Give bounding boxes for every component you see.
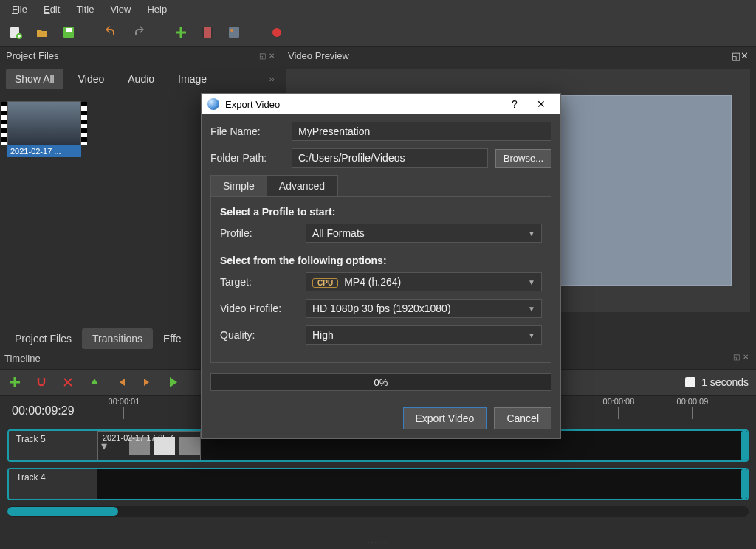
effects-icon[interactable] — [226, 24, 242, 41]
snap-icon[interactable] — [34, 375, 49, 390]
dialog-titlebar[interactable]: Export Video ? ✕ — [202, 94, 560, 114]
chevron-down-icon: ▼ — [528, 305, 535, 313]
cpu-badge: CPU — [312, 278, 338, 288]
filename-label: File Name: — [210, 125, 284, 137]
target-label: Target: — [220, 276, 298, 288]
close-icon[interactable]: ✕ — [528, 98, 554, 110]
timeline-hscrollbar[interactable] — [7, 506, 749, 517]
menu-file[interactable]: File — [4, 2, 35, 16]
clip-label: 2021-02-17 17-05-4 — [103, 433, 174, 442]
film-icon[interactable] — [199, 24, 216, 41]
zoom-seconds-label: 1 seconds — [701, 376, 749, 388]
panel-close-icon[interactable]: ✕ — [269, 52, 275, 60]
video-profile-select[interactable]: HD 1080p 30 fps (1920x1080)▼ — [306, 299, 542, 318]
menubar: File Edit Title View Help — [0, 0, 756, 18]
export-progress: 0% — [210, 373, 551, 391]
timeline-detach-icon[interactable]: ◱ — [733, 353, 740, 361]
quality-select[interactable]: High▼ — [306, 325, 542, 345]
timeline-title: Timeline — [4, 353, 41, 364]
new-project-icon[interactable] — [7, 24, 24, 41]
track-4-header: Track 4 — [9, 469, 97, 499]
menu-edit[interactable]: Edit — [36, 2, 67, 16]
folderpath-input[interactable] — [292, 148, 488, 168]
filename-input[interactable] — [292, 122, 551, 141]
svg-rect-6 — [211, 27, 213, 38]
media-thumbnail[interactable]: 2021-02-17 ... — [7, 101, 81, 330]
play-icon[interactable] — [167, 375, 182, 390]
open-project-icon[interactable] — [34, 24, 50, 41]
profile-label: Profile: — [220, 227, 298, 239]
panel-detach-icon[interactable]: ◱ — [259, 52, 266, 60]
import-files-icon[interactable] — [173, 24, 189, 41]
project-filter-tabs: Show All Video Audio Image ›› — [0, 64, 281, 94]
menu-view[interactable]: View — [103, 2, 138, 16]
tab-simple[interactable]: Simple — [211, 176, 267, 196]
preview-close-icon[interactable]: ✕ — [740, 50, 749, 61]
svg-point-8 — [230, 29, 233, 32]
profile-select[interactable]: All Formats▼ — [306, 224, 542, 243]
simple-panel: Select a Profile to start: Profile: All … — [210, 196, 551, 363]
prev-marker-icon[interactable] — [114, 375, 128, 390]
video-profile-label: Video Profile: — [220, 303, 298, 314]
svg-rect-3 — [66, 28, 72, 32]
track-resize-grip[interactable] — [741, 469, 749, 499]
tab-audio[interactable]: Audio — [119, 69, 163, 89]
razor-icon[interactable] — [61, 375, 75, 390]
tab-show-all[interactable]: Show All — [6, 69, 63, 89]
tab-advanced[interactable]: Advanced — [267, 176, 337, 196]
lt-effects[interactable]: Effe — [153, 328, 192, 349]
tracks-area: Track 5 ▾ 2021-02-17 17-05-4 Track 4 — [7, 429, 749, 517]
export-video-button[interactable]: Export Video — [403, 407, 487, 429]
status-bar-grip[interactable]: ······ — [0, 538, 756, 546]
timeline-close-icon[interactable]: ✕ — [743, 353, 749, 361]
app-icon — [207, 98, 219, 110]
svg-rect-7 — [229, 27, 239, 38]
playhead-timecode: 00:00:09:29 — [0, 404, 86, 418]
project-files-title: Project Files — [6, 50, 59, 61]
quality-label: Quality: — [220, 329, 298, 341]
tab-image[interactable]: Image — [169, 69, 216, 89]
tab-video[interactable]: Video — [69, 69, 114, 89]
help-button[interactable]: ? — [501, 98, 528, 110]
export-tabs: Simple Advanced — [210, 175, 338, 196]
dialog-title: Export Video — [225, 99, 501, 110]
section-profile-heading: Select a Profile to start: — [220, 206, 542, 218]
video-clip[interactable]: ▾ 2021-02-17 17-05-4 — [97, 431, 201, 460]
svg-rect-4 — [202, 27, 213, 38]
browse-button[interactable]: Browse... — [495, 149, 551, 168]
marker-icon[interactable] — [87, 375, 102, 390]
export-video-dialog: Export Video ? ✕ File Name: Folder Path:… — [201, 93, 561, 439]
lt-project-files[interactable]: Project Files — [4, 328, 82, 349]
track-5-header: Track 5 — [9, 431, 97, 460]
video-preview-title: Video Preview — [288, 50, 349, 61]
redo-icon[interactable] — [130, 24, 146, 41]
chevron-down-icon: ▼ — [528, 331, 535, 339]
chevron-down-icon: ▼ — [528, 278, 535, 286]
cancel-button[interactable]: Cancel — [494, 407, 551, 429]
thumbnail-label: 2021-02-17 ... — [7, 145, 81, 157]
record-icon[interactable] — [269, 24, 285, 41]
undo-icon[interactable] — [103, 24, 120, 41]
menu-help[interactable]: Help — [140, 2, 174, 16]
svg-rect-5 — [202, 27, 204, 38]
folderpath-label: Folder Path: — [210, 152, 284, 164]
add-track-icon[interactable] — [7, 375, 22, 390]
next-marker-icon[interactable] — [140, 375, 155, 390]
zoom-seconds: 1 seconds — [685, 376, 749, 388]
zoom-slider-handle[interactable] — [685, 377, 695, 387]
track-4[interactable]: Track 4 — [7, 468, 749, 500]
menu-title[interactable]: Title — [69, 2, 101, 16]
chevron-down-icon: ▼ — [528, 229, 535, 238]
expand-icon[interactable]: ›› — [269, 75, 275, 83]
main-toolbar — [0, 18, 756, 47]
scrollbar-thumb[interactable] — [7, 507, 118, 516]
track-resize-grip[interactable] — [741, 431, 749, 460]
lt-transitions[interactable]: Transitions — [82, 328, 153, 349]
target-select[interactable]: CPUMP4 (h.264)▼ — [306, 272, 542, 291]
preview-detach-icon[interactable]: ◱ — [732, 50, 740, 61]
save-project-icon[interactable] — [61, 24, 77, 41]
section-options-heading: Select from the following options: — [220, 255, 542, 266]
svg-point-9 — [272, 28, 281, 37]
